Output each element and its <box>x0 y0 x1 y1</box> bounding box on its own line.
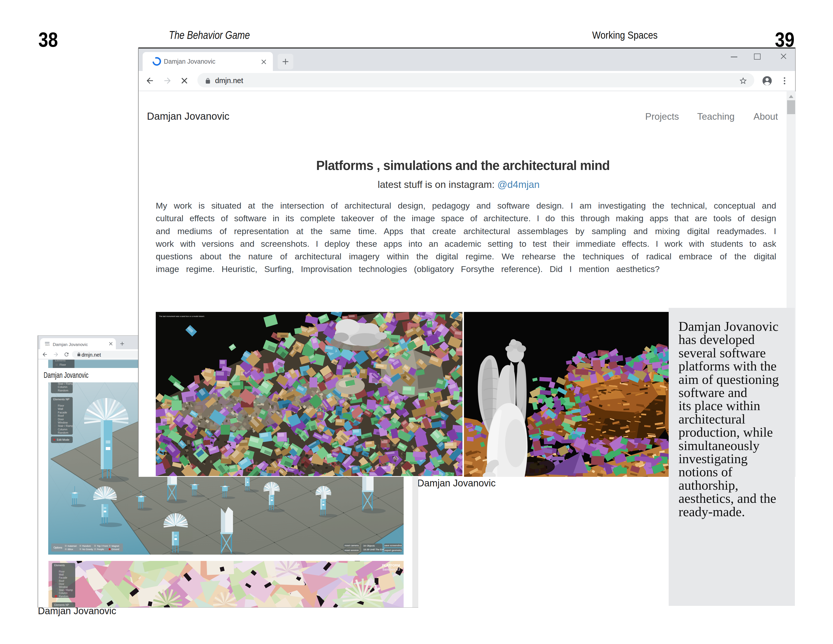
svg-text:Random: Random <box>59 595 68 598</box>
svg-text:Elements: Elements <box>54 564 65 567</box>
svg-text:Column: Column <box>59 592 68 594</box>
svg-text:Elements NP: Elements NP <box>53 398 69 401</box>
svg-text:PLATFORM: PLATFORM <box>382 564 400 567</box>
svg-text:34 Objects: 34 Objects <box>363 544 375 547</box>
svg-text:Stair / Ramp: Stair / Ramp <box>58 382 73 385</box>
svg-text:Stair / Ramp: Stair / Ramp <box>59 589 73 591</box>
svg-text:Roof: Roof <box>58 414 64 417</box>
svg-text:18:39 Until The End: 18:39 Until The End <box>363 548 384 551</box>
svg-text:Floor: Floor <box>60 363 66 366</box>
svg-text:BBox: BBox <box>68 548 73 551</box>
svg-text:Elements NP: Elements NP <box>54 604 69 606</box>
svg-text:Random: Random <box>58 389 68 392</box>
svg-text:reset session: reset session <box>344 549 359 552</box>
svg-text:Floor: Floor <box>58 404 64 407</box>
svg-text:Stair / Ramp: Stair / Ramp <box>58 424 73 427</box>
svg-text:Column: Column <box>58 428 68 431</box>
svg-text:Window: Window <box>59 586 68 588</box>
svg-text:Ground: Ground <box>112 548 119 551</box>
svg-text:Door: Door <box>59 583 64 585</box>
svg-text:Door: Door <box>58 418 64 421</box>
svg-text:Facade: Facade <box>58 411 67 414</box>
svg-text:Top / Front: Top / Front <box>97 545 108 547</box>
svg-text:Floor: Floor <box>59 570 64 573</box>
svg-text:save screenshot: save screenshot <box>384 544 402 547</box>
svg-text:Katamari: Katamari <box>68 545 77 547</box>
svg-text:export geometry: export geometry <box>384 549 402 552</box>
svg-text:Wall: Wall <box>59 573 64 576</box>
svg-text:Facade: Facade <box>59 576 68 579</box>
svg-text:Wall: Wall <box>58 407 63 411</box>
svg-text:The last monument was a sand b: The last monument was a sand box or a mo… <box>159 315 205 317</box>
svg-text:Elements: Elements <box>55 360 66 362</box>
svg-text:Random: Random <box>82 545 91 547</box>
svg-text:Options: Options <box>53 546 62 549</box>
svg-text:No Gravity: No Gravity <box>82 548 93 551</box>
svg-text:Roof: Roof <box>59 580 64 582</box>
svg-text:reset camera: reset camera <box>344 544 359 547</box>
svg-text:Window: Window <box>58 421 68 424</box>
svg-text:DMJN: DMJN <box>45 344 50 346</box>
svg-text:Random: Random <box>58 431 68 434</box>
svg-text:Column: Column <box>58 385 68 388</box>
svg-text:Sandbox v.3: Sandbox v.3 <box>383 568 400 571</box>
svg-text:Magnet: Magnet <box>112 545 119 547</box>
svg-text:Edit Mode: Edit Mode <box>57 438 69 441</box>
svg-text:People: People <box>97 548 104 551</box>
